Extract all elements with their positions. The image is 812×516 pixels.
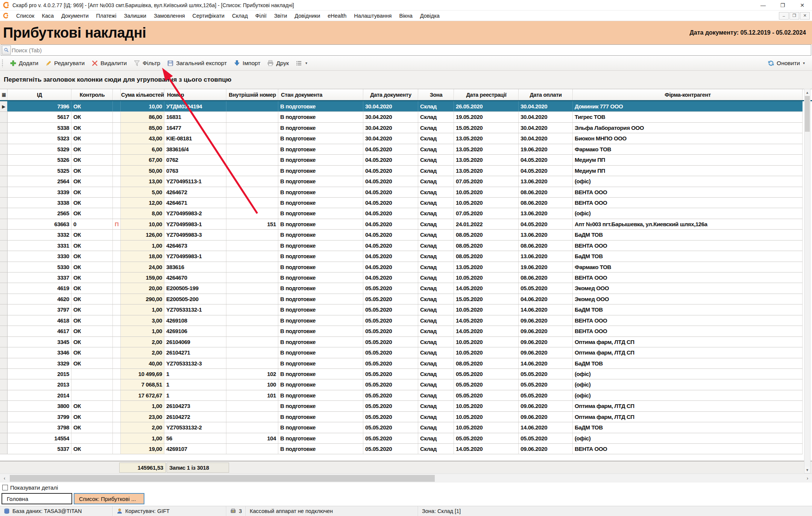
table-row[interactable]: 5330ОК24,00383616В подготовке04.05.2020С…: [0, 262, 803, 272]
column-header-p[interactable]: [113, 89, 121, 100]
table-row[interactable]: 3331ОК1,004264673В подготовке04.05.2020С…: [0, 240, 803, 251]
menu-item-2[interactable]: Документи: [58, 11, 92, 20]
table-row[interactable]: 3337ОК159,004264670В подготовке04.05.202…: [0, 272, 803, 283]
chevron-down-icon: ▾: [305, 61, 307, 65]
horizontal-scrollbar-thumb[interactable]: [10, 475, 435, 482]
scroll-up-icon[interactable]: ▲: [804, 89, 810, 96]
export-button[interactable]: Загальний експорт: [164, 58, 230, 68]
scroll-right-icon[interactable]: ›: [804, 475, 811, 482]
filter-button[interactable]: Фільтр: [130, 58, 164, 68]
vertical-scrollbar[interactable]: ▲ ▼: [804, 89, 810, 473]
table-row[interactable]: 4619ОК20,00E200505-199В подготовке05.05.…: [0, 283, 803, 294]
row-indicator: [0, 176, 8, 186]
cell-number: 26104272: [164, 412, 226, 422]
menu-item-4[interactable]: Залишки: [120, 11, 150, 20]
column-header-firm[interactable]: Фірма-контрагент: [573, 89, 803, 100]
column-header-state[interactable]: Стан документа: [278, 89, 363, 100]
print-button[interactable]: Друк: [264, 58, 292, 68]
table-row[interactable]: 636630П10,00YZ70495983-1151В подготовке0…: [0, 219, 803, 230]
table-row[interactable]: 3339ОК5,004264672В подготовке04.05.2020С…: [0, 187, 803, 198]
mdi-minimize-icon[interactable]: –: [779, 12, 789, 20]
column-header-control[interactable]: Контроль: [71, 89, 113, 100]
table-row[interactable]: 5329ОК6,00383616/4В подготовке04.05.2020…: [0, 144, 803, 155]
table-row[interactable]: 2565ОК8,00YZ70495983-2В подготовке04.05.…: [0, 208, 803, 219]
scroll-left-icon[interactable]: ‹: [1, 475, 8, 482]
column-header-sum[interactable]: Сума кількостей: [121, 89, 164, 100]
column-header-internal[interactable]: Внутрішній номер: [226, 89, 278, 100]
table-row[interactable]: 201510 499,691102В подготовке05.05.2020С…: [0, 369, 803, 379]
zone-label: Зона: Склад [1]: [422, 508, 461, 514]
table-row[interactable]: 3329ОК40,00YZ70533132-3В подготовке05.05…: [0, 358, 803, 369]
vertical-scrollbar-thumb[interactable]: [805, 96, 810, 132]
menu-item-1[interactable]: Каса: [38, 11, 58, 20]
table-row[interactable]: 3800ОК1,0026104273В подготовке05.05.2020…: [0, 401, 803, 411]
table-row[interactable]: 4618ОК3,004269108В подготовке05.05.2020С…: [0, 315, 803, 326]
menu-item-11[interactable]: eHealth: [324, 11, 350, 20]
search-input[interactable]: [12, 47, 811, 53]
menu-item-5[interactable]: Замовлення: [150, 11, 189, 20]
menu-item-13[interactable]: Вікна: [395, 11, 416, 20]
table-row[interactable]: 4617ОК1,004269106В подготовке05.05.2020С…: [0, 326, 803, 336]
table-row[interactable]: 201417 672,671101В подготовке05.05.2020С…: [0, 390, 803, 401]
menu-item-8[interactable]: Філії: [252, 11, 270, 20]
mdi-close-icon[interactable]: ✕: [800, 12, 810, 20]
mdi-restore-icon[interactable]: ❐: [789, 12, 799, 20]
restore-icon[interactable]: ❐: [773, 0, 792, 10]
table-row[interactable]: 3797ОК1,00YZ70533132-1В подготовке05.05.…: [0, 304, 803, 315]
cell-state: В подготовке: [278, 240, 363, 251]
menu-item-10[interactable]: Довідники: [291, 11, 324, 20]
table-row[interactable]: 3332ОК126,00YZ70495983-3В подготовке04.0…: [0, 230, 803, 240]
table-row[interactable]: 3799ОК23,0026104272В подготовке05.05.202…: [0, 412, 803, 422]
view-options-button[interactable]: ▾: [292, 58, 311, 68]
column-header-docdate[interactable]: Дата документу: [363, 89, 418, 100]
cell-paydate: 30.04.2020: [519, 123, 573, 133]
import-button[interactable]: Імпорт: [230, 58, 264, 68]
delete-button[interactable]: Видалити: [88, 58, 130, 68]
menu-item-0[interactable]: Список: [12, 11, 38, 20]
menu-item-6[interactable]: Сертифікати: [189, 11, 228, 20]
menu-item-14[interactable]: Довідка: [416, 11, 443, 20]
table-row[interactable]: 3798ОК2,00YZ70533132-2В подготовке05.05.…: [0, 422, 803, 433]
horizontal-scrollbar[interactable]: ‹ ›: [0, 473, 812, 483]
table-row[interactable]: 5338ОК85,0016477В подготовке30.04.2020Ск…: [0, 123, 803, 133]
column-header-paydate[interactable]: Дата оплати: [519, 89, 573, 100]
table-row[interactable]: 3330ОК18,00YZ70495983-1В подготовке04.05…: [0, 251, 803, 262]
table-row[interactable]: 20137 068,511100В подготовке05.05.2020Ск…: [0, 379, 803, 390]
table-row[interactable]: 5337ОК19,004269107В подготовке05.05.2020…: [0, 444, 803, 454]
table-row[interactable]: 2564ОК13,00YZ70495113-1В подготовке04.05…: [0, 176, 803, 187]
grid-corner-icon[interactable]: ≣: [0, 89, 8, 100]
table-row[interactable]: 145541,0056104В подготовке05.05.2020Скла…: [0, 433, 803, 444]
table-row[interactable]: 5617ОК86,0016831В подготовке30.04.2020Ск…: [0, 112, 803, 122]
menu-item-7[interactable]: Склад: [228, 11, 252, 20]
edit-button[interactable]: Редагувати: [42, 58, 88, 68]
column-header-number[interactable]: Номер: [164, 89, 226, 100]
menu-item-12[interactable]: Налаштування: [350, 11, 395, 20]
group-by-panel[interactable]: Перетягніть заголовок колонки сюди для у…: [0, 71, 812, 89]
table-row[interactable]: 5326ОК67,000762В подготовке04.05.2020Скл…: [0, 155, 803, 165]
tab-list-incoming-invoices[interactable]: Список: Прибуткові ...: [74, 493, 144, 504]
table-row[interactable]: 4620ОК290,00E200505-200В подготовке05.05…: [0, 294, 803, 304]
menu-item-9[interactable]: Звіти: [270, 11, 291, 20]
toolbar-grip[interactable]: [2, 59, 3, 67]
menu-item-3[interactable]: Платежі: [93, 11, 120, 20]
scroll-down-icon[interactable]: ▼: [804, 467, 810, 473]
cell-id: 63663: [8, 219, 71, 229]
refresh-button[interactable]: Оновити ▾: [764, 58, 808, 68]
table-row[interactable]: 5323ОК43,00KIE-08181В подготовке30.04.20…: [0, 133, 803, 144]
table-row[interactable]: ▶7396ОК10,00УТДМ0304194В подготовке30.04…: [0, 101, 803, 112]
show-details-checkbox[interactable]: [2, 485, 8, 490]
table-row[interactable]: 3346ОК2,0026104271В подготовке05.05.2020…: [0, 347, 803, 358]
column-header-zone[interactable]: Зона: [418, 89, 454, 100]
table-row[interactable]: 3345ОК2,0026104069В подготовке05.05.2020…: [0, 337, 803, 347]
table-row[interactable]: 3338ОК12,004264671В подготовке04.05.2020…: [0, 198, 803, 208]
close-icon[interactable]: ✕: [792, 0, 812, 10]
table-row[interactable]: 5325ОК50,000763В подготовке04.05.2020Скл…: [0, 166, 803, 176]
column-header-id[interactable]: ІД: [8, 89, 71, 100]
cell-paydate: 09.06.2020: [519, 347, 573, 358]
search-icon[interactable]: [2, 46, 11, 55]
minimize-icon[interactable]: —: [753, 0, 773, 10]
tab-main[interactable]: Головна: [2, 493, 72, 504]
cell-docdate: 04.05.2020: [363, 219, 418, 229]
column-header-regdate[interactable]: Дата реестрації: [454, 89, 519, 100]
add-button[interactable]: Додати: [6, 58, 42, 68]
